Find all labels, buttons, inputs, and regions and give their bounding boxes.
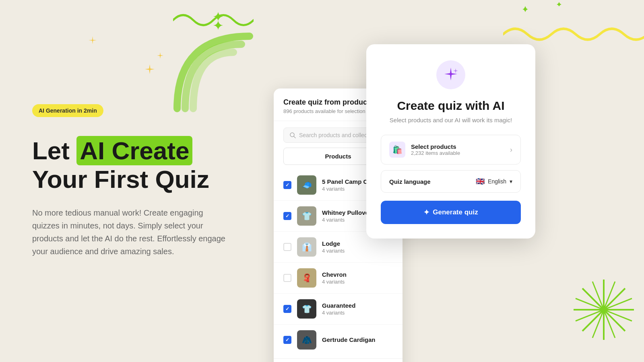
product-image: 👕 xyxy=(297,299,316,319)
language-row: Quiz language 🇬🇧 English ▾ xyxy=(381,170,521,193)
ai-quiz-modal: Create quiz with AI Select products and … xyxy=(366,44,535,239)
product-image: 👔 xyxy=(297,237,316,257)
product-checkbox[interactable] xyxy=(283,181,291,189)
ai-modal-title: Create quiz with AI xyxy=(381,99,521,113)
generate-quiz-button[interactable]: ✦ Generate quiz xyxy=(381,201,521,224)
hero-title-part1: Let xyxy=(32,137,76,165)
chevron-down-icon: ▾ xyxy=(510,178,512,185)
product-variants: 4 variants xyxy=(322,310,393,316)
ai-modal-subtitle: Select products and our AI will work its… xyxy=(381,117,521,123)
product-item[interactable]: 🧣Chevron4 variants xyxy=(274,263,402,294)
product-info: Guaranteed4 variants xyxy=(322,302,393,316)
product-name: Chevron xyxy=(322,271,393,278)
product-info: Lodge4 variants xyxy=(322,240,393,254)
left-content-area: AI Generation in 2min Let AI Create Your… xyxy=(0,0,274,362)
select-products-count: 2,232 items available xyxy=(411,150,504,156)
flag-icon: 🇬🇧 xyxy=(476,177,485,186)
chevron-right-icon: › xyxy=(510,146,512,154)
product-checkbox[interactable] xyxy=(283,274,291,282)
product-image: 🧥 xyxy=(297,330,316,350)
generate-btn-label: Generate quiz xyxy=(433,208,478,216)
product-name: Lodge xyxy=(322,240,393,247)
product-info: Gertrude Cardigan xyxy=(322,336,393,344)
product-image: 🧢 xyxy=(297,175,316,195)
ai-modal-icon xyxy=(436,60,465,89)
select-products-row[interactable]: 🛍️ Select products 2,232 items available… xyxy=(381,135,521,165)
save-bar: 5/260 selected Save Cancel xyxy=(274,358,402,362)
hero-title-highlight: AI Create xyxy=(76,136,192,165)
language-label: Quiz language xyxy=(389,178,431,185)
hero-subtitle: No more tedious manual work! Create enga… xyxy=(32,206,225,258)
right-area: Create quiz from products 896 products a… xyxy=(250,0,644,362)
product-name: Gertrude Cardigan xyxy=(322,336,393,343)
product-name: Guaranteed xyxy=(322,302,393,309)
hero-title: Let AI Create Your First Quiz xyxy=(32,136,242,194)
product-checkbox[interactable] xyxy=(283,305,291,313)
product-checkbox[interactable] xyxy=(283,336,291,344)
svg-line-9 xyxy=(294,136,295,138)
product-variants: 4 variants xyxy=(322,279,393,285)
select-products-label: Select products xyxy=(411,143,504,150)
shopping-bag-icon: 🛍️ xyxy=(389,142,405,158)
product-checkbox[interactable] xyxy=(283,243,291,251)
product-item[interactable]: 🧥Gertrude Cardigan xyxy=(274,325,402,355)
sparkle-icon xyxy=(443,67,459,83)
search-icon xyxy=(289,132,296,138)
language-value[interactable]: 🇬🇧 English ▾ xyxy=(476,177,512,186)
hero-title-part2: Your First Quiz xyxy=(32,165,209,193)
product-variants: 4 variants xyxy=(322,248,393,254)
product-info: Chevron4 variants xyxy=(322,271,393,285)
ai-badge: AI Generation in 2min xyxy=(32,104,103,117)
product-item[interactable]: 👕Guaranteed4 variants xyxy=(274,294,402,325)
select-products-info: Select products 2,232 items available xyxy=(411,143,504,156)
language-name: English xyxy=(488,178,506,185)
product-image: 🧣 xyxy=(297,268,316,288)
generate-icon: ✦ xyxy=(423,208,429,217)
product-checkbox[interactable] xyxy=(283,212,291,220)
product-image: 👕 xyxy=(297,206,316,226)
